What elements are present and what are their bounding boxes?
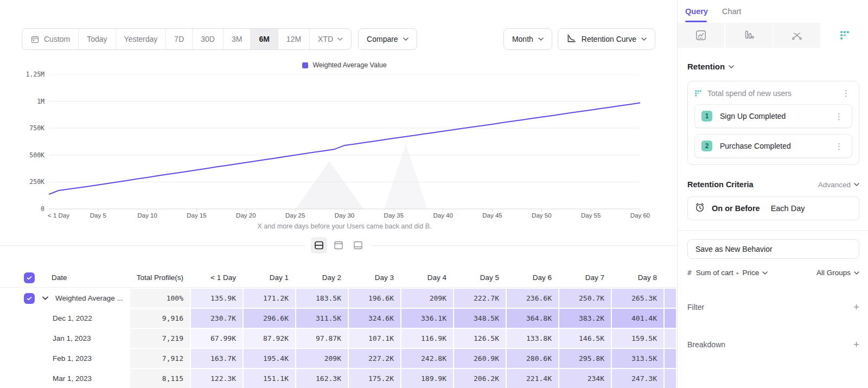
x-axis-tick-label: Day 50 (532, 212, 551, 219)
x-axis-tick-label: < 1 Day (48, 212, 69, 219)
retention-value-cell: 209K (296, 349, 348, 368)
behavior-step-2[interactable]: 2 Purchase Completed ⋮ (694, 134, 852, 158)
compare-label: Compare (367, 35, 398, 43)
column-header[interactable]: Day 8 (612, 268, 663, 287)
report-type-switcher (678, 23, 868, 48)
range-xtd[interactable]: XTD (310, 29, 351, 49)
column-header[interactable]: Day 2 (296, 268, 348, 287)
kebab-menu-icon[interactable]: ⋮ (833, 141, 845, 151)
range-label: 7D (174, 35, 184, 43)
table-only-view-button[interactable] (350, 237, 366, 253)
range-30d[interactable]: 30D (193, 29, 224, 49)
range-12m[interactable]: 12M (278, 29, 310, 49)
row-checkbox[interactable] (24, 293, 35, 304)
x-axis-tick-label: Day 20 (236, 212, 256, 219)
advanced-dropdown[interactable]: Advanced (818, 181, 859, 189)
chart-legend[interactable]: Weighted Average Value (49, 61, 640, 69)
behavior-step-1[interactable]: 1 Sign Up Completed ⋮ (694, 104, 852, 128)
chevron-down-icon (403, 37, 409, 41)
granularity-dropdown[interactable]: Month (503, 28, 552, 50)
split-view-button[interactable] (311, 237, 327, 253)
retention-icon[interactable] (821, 23, 868, 48)
funnels-icon[interactable] (725, 23, 773, 48)
expand-chevron-icon[interactable] (42, 296, 51, 300)
insights-icon[interactable] (678, 23, 725, 48)
column-header[interactable]: Day 1 (244, 268, 295, 287)
y-axis: 0250K500K750K1M1.25M (0, 74, 44, 209)
retention-value-cell: 265.3K (612, 289, 663, 308)
property-arrow-icon: ▸ (737, 270, 739, 276)
measure-property-dropdown[interactable]: Sum of cart ▸ Price (696, 269, 768, 277)
add-filter-button[interactable]: + (853, 302, 859, 312)
step-event-label: Sign Up Completed (720, 112, 786, 120)
range-7d[interactable]: 7D (166, 29, 193, 49)
column-header[interactable]: Day 3 (349, 268, 400, 287)
flows-icon[interactable] (774, 23, 821, 48)
x-axis-tick-label: Day 10 (137, 212, 157, 219)
partial-value-cell (665, 289, 676, 308)
tab-chart[interactable]: Chart (722, 7, 741, 16)
retention-table: Date Total Profile(s)< 1 DayDay 1Day 2Da… (0, 268, 677, 388)
range-3m[interactable]: 3M (224, 29, 251, 49)
select-all-checkbox[interactable] (24, 272, 35, 283)
sidebar-divider (678, 230, 868, 231)
retention-value-cell: 67.99K (191, 329, 242, 348)
all-groups-dropdown[interactable]: All Groups (816, 269, 859, 277)
range-6m[interactable]: 6M (251, 29, 278, 49)
x-axis-tick-label: Day 40 (433, 212, 452, 219)
column-header[interactable]: < 1 Day (191, 268, 242, 287)
column-header[interactable]: Day 5 (454, 268, 506, 287)
chart-type-dropdown[interactable]: Retention Curve (558, 28, 655, 50)
chevron-down-icon (641, 37, 647, 41)
chart-only-view-button[interactable] (330, 237, 347, 253)
date-range-group: CustomTodayYesterday7D30D3M6M12MXTD (22, 28, 352, 50)
x-axis-tick-label: Day 30 (335, 212, 354, 219)
step-number-badge: 2 (701, 141, 712, 151)
behavior-retention-icon (694, 90, 702, 97)
x-axis: < 1 DayDay 5Day 10Day 15Day 20Day 25Day … (49, 212, 640, 220)
breakdown-label: Breakdown (687, 340, 725, 349)
total-profiles-cell: 7,912 (130, 349, 190, 368)
watermark-triangle (296, 161, 363, 209)
retention-value-cell: 175.2K (349, 369, 400, 388)
column-header[interactable]: Day 4 (401, 268, 453, 287)
x-axis-tick-label: Day 45 (482, 212, 502, 219)
chevron-down-icon (729, 65, 734, 68)
report-toolbar: CustomTodayYesterday7D30D3M6M12MXTD Comp… (22, 28, 655, 50)
range-label: XTD (318, 35, 333, 43)
number-property-icon: # (687, 269, 692, 277)
range-today[interactable]: Today (79, 29, 116, 49)
retention-value-cell: 163.7K (191, 349, 242, 368)
x-axis-tick-label: Day 55 (581, 212, 601, 219)
retention-value-cell: 189.9K (401, 369, 453, 388)
compare-button[interactable]: Compare (358, 28, 417, 50)
total-profiles-cell: 9,916 (130, 309, 190, 328)
retention-chart-plot[interactable] (49, 74, 640, 212)
save-as-new-behavior-button[interactable]: Save as New Behavior (687, 239, 859, 259)
chevron-down-icon (854, 271, 859, 275)
retention-value-cell: 206.2K (454, 369, 506, 388)
all-groups-label: All Groups (816, 269, 851, 277)
range-yesterday[interactable]: Yesterday (116, 29, 167, 49)
retention-section-dropdown[interactable]: Retention (687, 62, 859, 71)
date-column-header[interactable]: Date (52, 268, 67, 287)
row-label: Feb 1, 2023 (53, 349, 92, 368)
retention-value-cell: 196.6K (349, 289, 400, 308)
column-header[interactable]: Total Profile(s) (130, 268, 190, 287)
kebab-menu-icon[interactable]: ⋮ (833, 111, 845, 122)
column-header[interactable]: Day 6 (507, 268, 558, 287)
add-breakdown-button[interactable]: + (853, 339, 859, 349)
range-label: 12M (286, 35, 301, 43)
tab-query[interactable]: Query (685, 7, 708, 16)
retention-curve-icon (566, 33, 577, 45)
retention-value-cell: 159.5K (612, 329, 663, 348)
column-header[interactable]: Day 7 (559, 268, 611, 287)
chart-type-label: Retention Curve (582, 35, 636, 43)
retention-chart-svg (49, 74, 640, 212)
range-custom[interactable]: Custom (22, 29, 79, 49)
chart-caption: X and more days before your Users came b… (49, 222, 640, 230)
kebab-menu-icon[interactable]: ⋮ (840, 88, 852, 98)
retention-value-cell: 97.87K (296, 329, 348, 348)
table-row: Feb 1, 20237,912163.7K195.4K209K227.2K24… (0, 349, 677, 368)
retention-timing-selector[interactable]: On or Before Each Day (687, 196, 859, 220)
